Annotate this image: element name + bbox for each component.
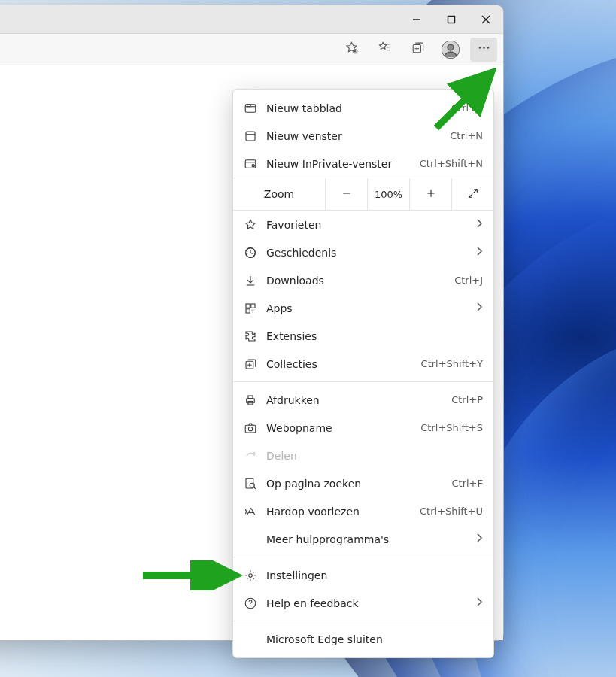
menu-item-history[interactable]: Geschiedenis — [233, 238, 493, 266]
menu-item-label: Hardop voorlezen — [266, 505, 420, 518]
menu-item-label: Instellingen — [266, 569, 483, 581]
browser-toolbar — [0, 34, 503, 65]
menu-item-shortcut: Ctrl+J — [454, 275, 483, 286]
window-icon — [244, 129, 266, 143]
window-close-button[interactable] — [469, 5, 503, 33]
menu-item-shortcut: Ctrl+P — [451, 394, 483, 405]
menu-item-downloads[interactable]: Downloads Ctrl+J — [233, 266, 493, 294]
svg-rect-1 — [448, 16, 455, 23]
fullscreen-button[interactable] — [451, 178, 493, 210]
new-tab-icon — [244, 102, 266, 115]
menu-separator — [233, 381, 493, 382]
menu-item-new-window[interactable]: Nieuw venster Ctrl+N — [233, 122, 493, 150]
collections-icon — [411, 41, 425, 58]
svg-rect-20 — [247, 104, 251, 106]
menu-item-label: Delen — [266, 450, 483, 462]
menu-item-label: Apps — [266, 302, 469, 314]
window-minimize-button[interactable] — [399, 5, 434, 33]
svg-point-48 — [250, 483, 254, 487]
menu-item-find[interactable]: Op pagina zoeken Ctrl+F — [233, 469, 493, 497]
menu-item-favorites[interactable]: Favorieten — [233, 211, 493, 238]
menu-item-collections[interactable]: Collecties Ctrl+Shift+Y — [233, 350, 493, 378]
menu-item-label: Help en feedback — [266, 597, 469, 609]
svg-point-17 — [487, 47, 489, 49]
menu-item-label: Geschiedenis — [266, 247, 469, 259]
camera-icon — [244, 421, 266, 435]
zoom-out-button[interactable] — [325, 178, 367, 210]
search-page-icon — [244, 477, 266, 490]
svg-rect-35 — [251, 304, 255, 308]
add-favorite-button[interactable] — [338, 38, 365, 62]
menu-zoom-row: Zoom 100% — [233, 178, 493, 211]
menu-item-settings[interactable]: Instellingen — [233, 561, 493, 589]
menu-item-label: Webopname — [266, 422, 420, 434]
svg-line-29 — [473, 189, 477, 193]
menu-item-label: Op pagina zoeken — [266, 478, 451, 490]
menu-item-shortcut: Ctrl+F — [451, 478, 483, 489]
apps-icon — [244, 302, 266, 315]
svg-rect-42 — [247, 398, 255, 402]
svg-point-51 — [249, 573, 253, 577]
menu-item-label: Nieuw InPrivate-venster — [266, 158, 420, 170]
svg-point-16 — [483, 47, 485, 49]
menu-item-webcapture[interactable]: Webopname Ctrl+Shift+S — [233, 414, 493, 442]
chevron-right-icon — [475, 597, 483, 609]
minus-icon — [341, 187, 353, 202]
share-icon — [244, 449, 266, 463]
menu-separator — [233, 557, 493, 557]
svg-point-53 — [250, 605, 250, 606]
more-menu-button[interactable] — [470, 38, 497, 62]
zoom-label: Zoom — [233, 178, 325, 210]
menu-item-label: Downloads — [266, 275, 454, 287]
menu-item-print[interactable]: Afdrukken Ctrl+P — [233, 386, 493, 414]
menu-item-help[interactable]: Help en feedback — [233, 589, 493, 617]
menu-item-shortcut: Ctrl+Shift+S — [420, 422, 483, 433]
menu-item-label: Nieuw tabblad — [266, 102, 451, 114]
svg-point-14 — [448, 44, 454, 50]
inprivate-icon — [244, 157, 266, 171]
menu-item-moretools[interactable]: Meer hulpprogramma's — [233, 525, 493, 553]
menu-item-share: Delen — [233, 442, 493, 469]
star-lines-icon — [378, 41, 392, 58]
star-icon — [244, 218, 266, 232]
menu-item-label: Nieuw venster — [266, 130, 450, 142]
svg-line-49 — [254, 487, 256, 488]
favorites-button[interactable] — [371, 38, 398, 62]
menu-item-new-inprivate[interactable]: Nieuw InPrivate-venster Ctrl+Shift+N — [233, 150, 493, 178]
svg-rect-21 — [246, 132, 255, 141]
menu-item-shortcut: Ctrl+Shift+Y — [421, 358, 483, 369]
menu-item-label: Collecties — [266, 358, 421, 370]
menu-item-close-edge[interactable]: Microsoft Edge sluiten — [233, 625, 493, 653]
menu-item-shortcut: Ctrl+Shift+N — [420, 158, 483, 169]
gear-icon — [244, 569, 266, 582]
menu-item-shortcut: Ctrl+N — [450, 130, 483, 141]
menu-item-label: Extensies — [266, 330, 483, 342]
menu-separator — [233, 621, 493, 621]
zoom-in-button[interactable] — [409, 178, 451, 210]
chevron-right-icon — [475, 218, 483, 231]
menu-item-label: Favorieten — [266, 219, 469, 231]
menu-item-apps[interactable]: Apps — [233, 294, 493, 322]
svg-point-46 — [248, 427, 252, 430]
menu-item-extensions[interactable]: Extensies — [233, 322, 493, 350]
collections-button[interactable] — [404, 38, 431, 62]
svg-rect-36 — [246, 308, 250, 312]
help-icon — [244, 597, 266, 610]
menu-item-readaloud[interactable]: Hardop voorlezen Ctrl+Shift+U — [233, 497, 493, 525]
star-plus-icon — [344, 41, 359, 58]
svg-rect-34 — [246, 304, 250, 308]
plus-icon — [425, 187, 437, 202]
zoom-value: 100% — [367, 178, 409, 210]
svg-line-30 — [469, 193, 472, 197]
history-icon — [244, 246, 266, 260]
download-icon — [244, 274, 266, 287]
window-maximize-button[interactable] — [434, 5, 469, 33]
menu-item-new-tab[interactable]: Nieuw tabblad Ctrl+T — [233, 94, 493, 122]
menu-item-label: Microsoft Edge sluiten — [266, 633, 483, 645]
chevron-right-icon — [475, 533, 483, 545]
avatar-icon — [442, 41, 460, 59]
menu-item-shortcut: Ctrl+T — [451, 102, 483, 114]
overflow-menu: Nieuw tabblad Ctrl+T Nieuw venster Ctrl+… — [232, 89, 494, 658]
svg-point-15 — [478, 47, 481, 49]
profile-button[interactable] — [437, 38, 464, 62]
